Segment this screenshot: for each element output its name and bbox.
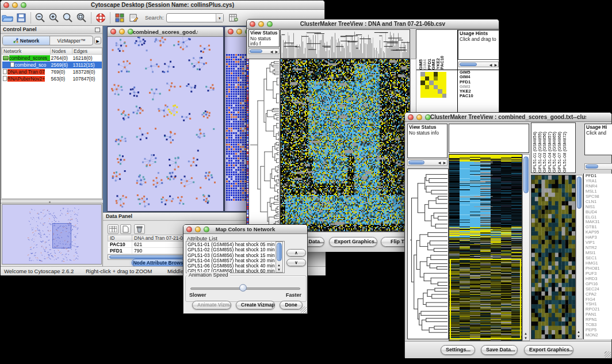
search-dropdown-icon[interactable]: ▾ [216,14,223,22]
matrix-cell[interactable] [429,85,434,90]
import-table-icon[interactable] [227,12,241,24]
tv1-status-hscrollbar[interactable]: ◀ ▶ [248,48,280,54]
matrix-cell[interactable] [420,89,425,94]
network-row[interactable]: DNA and Tran 07 769(0) 183728(0) [2,68,103,75]
tv1-heatmap[interactable] [281,59,410,231]
scroll-up-icon[interactable]: ▲ [277,263,281,267]
matrix-cell[interactable] [438,81,442,85]
minimize-icon[interactable] [258,21,264,27]
zoom-in-icon[interactable] [47,12,61,24]
zoom-out-icon[interactable] [33,12,47,24]
matrix-cell[interactable] [425,72,430,76]
tv2-hints-hscrollbar[interactable] [584,163,612,170]
scrollbar-thumb[interactable] [250,49,262,53]
move-up-button[interactable]: ∧ [286,249,306,256]
close-icon[interactable] [186,227,192,232]
close-icon[interactable] [3,2,9,8]
resize-grip[interactable] [300,306,307,313]
matrix-cell[interactable] [425,76,430,81]
zoom-fit-icon[interactable] [61,12,75,24]
minimize-icon[interactable] [416,114,422,120]
matrix-cell[interactable] [425,85,430,90]
network-row[interactable]: RNAPuberNov2+ 563(0) 107847(0) [2,75,103,82]
panel-splitter[interactable] [1,200,103,204]
help-lifebuoy-icon[interactable] [94,12,108,24]
matrix-cell[interactable] [434,85,438,90]
tv1-correlation-matrix[interactable] [420,72,446,98]
scroll-down-icon[interactable]: ▼ [277,268,281,271]
scroll-left-icon[interactable]: ◀ [269,50,274,53]
matrix-cell[interactable] [434,81,438,85]
scroll-right-icon[interactable]: ▶ [494,63,498,67]
network-row[interactable]: combined_sco 2569(6) 13112(15) [2,62,103,68]
resize-grip[interactable] [605,351,611,358]
matrix-cell[interactable] [438,76,442,81]
vizmapper-icon[interactable] [113,12,127,24]
dialog-titlebar[interactable]: Map Colors to Network [183,225,307,234]
matrix-cell[interactable] [425,89,430,94]
close-icon[interactable] [408,114,414,120]
matrix-cell[interactable] [434,72,438,76]
export-graphics-button[interactable]: Export Graphics... [524,345,573,355]
main-titlebar[interactable]: Cytoscape Desktop (Session Name: collins… [1,1,324,10]
matrix-cell[interactable] [442,76,447,81]
matrix-cell[interactable] [420,85,425,90]
save-icon[interactable] [14,12,28,24]
close-icon[interactable] [250,21,255,27]
treeview2-titlebar[interactable]: ClusterMaker TreeView : combined_scores_… [405,113,611,122]
tv2-gene[interactable]: MON2 [586,333,612,338]
matrix-cell[interactable] [442,85,447,90]
annotation-icon[interactable] [127,12,140,24]
tv2-detail-heatmap[interactable] [531,175,575,339]
scrollbar-thumb[interactable] [277,243,282,261]
tab-overflow-arrow[interactable]: ▶ [94,37,101,44]
tv1-column-label[interactable]: PAC10 [440,56,444,70]
search-input[interactable] [167,15,216,21]
tab-network[interactable]: Network [3,36,50,45]
scrollbar-thumb[interactable] [577,177,582,209]
scroll-right-icon[interactable]: ▶ [442,161,447,164]
network1-canvas[interactable] [108,37,223,211]
tv2-vscrollbar[interactable]: ▲ ▼ [522,154,530,341]
move-down-button[interactable]: ∨ [286,259,306,266]
matrix-cell[interactable] [420,72,425,76]
delete-attribute-icon[interactable] [134,224,145,234]
matrix-cell[interactable] [442,89,447,94]
scroll-down-icon[interactable]: ▼ [576,335,581,338]
tv1-row-dendrogram[interactable] [249,59,280,231]
matrix-cell[interactable] [429,89,434,94]
tv2-heatmap[interactable] [449,155,522,340]
matrix-cell[interactable] [420,76,425,81]
settings-button[interactable]: Settings... [441,345,475,355]
node-attribute-browser-tab[interactable]: Node Attribute Brows [132,259,185,267]
matrix-cell[interactable] [429,81,434,85]
matrix-cell[interactable] [438,89,442,94]
tv2-status-hscrollbar[interactable]: ◀ ▶ [407,159,447,166]
close-icon[interactable] [110,29,116,35]
network-row[interactable]: combined_scores_ 2764(0) 16218(0) [2,55,103,62]
scroll-up-icon[interactable]: ▲ [576,330,581,334]
scroll-right-icon[interactable]: ▶ [274,50,279,53]
zoom-selected-icon[interactable] [75,12,89,24]
tv1-gene[interactable]: PAC10 [460,94,473,98]
scroll-left-icon[interactable]: ◀ [437,161,442,164]
attribute-list-vscrollbar[interactable]: ▲ ▼ [276,242,283,273]
minimize-icon[interactable] [119,29,125,35]
save-data-button[interactable]: Save Data... [481,345,518,355]
tv2-detail-vscrollbar[interactable]: ▲ ▼ [576,175,583,339]
export-graphics-button[interactable]: Export Graphics... [329,237,377,247]
close-icon[interactable] [228,29,234,35]
network-list-header[interactable]: Network Nodes Edges [2,48,103,55]
matrix-cell[interactable] [429,76,434,81]
minimize-icon[interactable] [12,2,18,8]
tv1-column-dendrogram[interactable] [281,30,410,58]
scroll-left-icon[interactable]: ◀ [488,63,493,67]
minimize-icon[interactable] [195,227,201,232]
network-overview-canvas[interactable] [2,205,101,264]
tv1-hints-hscrollbar[interactable]: ◀ ▶ [458,62,499,67]
scroll-down-icon[interactable]: ▼ [523,336,528,340]
matrix-cell[interactable] [434,94,438,98]
matrix-cell[interactable] [420,94,425,98]
matrix-cell[interactable] [429,72,434,76]
matrix-cell[interactable] [442,94,447,98]
